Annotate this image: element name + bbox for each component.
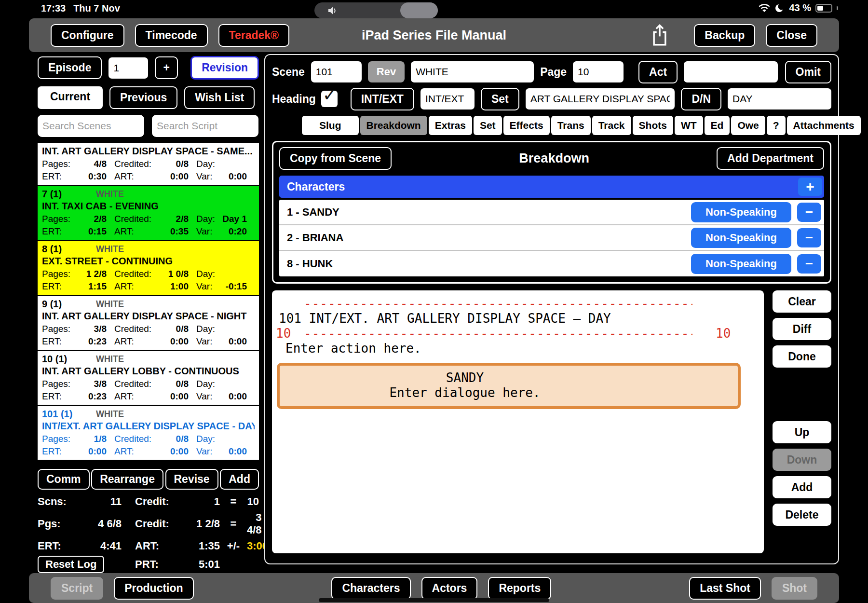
- art-label: ART:: [114, 446, 134, 457]
- speaking-type-button[interactable]: Non-Speaking: [691, 254, 791, 274]
- diff-button[interactable]: Diff: [773, 318, 831, 340]
- remove-character-button[interactable]: −: [797, 203, 821, 222]
- remove-character-button[interactable]: −: [797, 228, 821, 247]
- day-label: Day:: [196, 434, 215, 444]
- volume-slider-thumb[interactable]: [400, 2, 438, 18]
- backup-button[interactable]: Backup: [694, 24, 755, 47]
- character-row[interactable]: 2 - BRIANA Non-Speaking −: [279, 225, 824, 251]
- reset-log-button[interactable]: Reset Log: [38, 556, 104, 573]
- tab-extras[interactable]: Extras: [429, 116, 472, 135]
- revision-color-input[interactable]: [411, 61, 534, 82]
- totals-value: 10: [247, 495, 259, 508]
- scene-card[interactable]: 7 (1) WHITE INT. TAXI CAB - EVENING Page…: [38, 186, 259, 240]
- delete-button[interactable]: Delete: [773, 504, 831, 526]
- share-export-icon[interactable]: [651, 24, 669, 46]
- add-element-button[interactable]: Add: [773, 476, 831, 498]
- revise-button[interactable]: Revise: [165, 469, 218, 490]
- episode-number-input[interactable]: [108, 57, 148, 79]
- scene-card[interactable]: 8 (1) WHITE EXT. STREET - CONTINUING Pag…: [38, 241, 259, 295]
- volume-hud[interactable]: [314, 2, 438, 18]
- scene-card-selected[interactable]: 101 (1) WHITE INT/EXT. ART GALLERY DISPL…: [38, 406, 259, 460]
- shot-button[interactable]: Shot: [772, 577, 817, 600]
- configure-button[interactable]: Configure: [51, 24, 124, 47]
- add-episode-button[interactable]: +: [155, 56, 177, 79]
- speaking-type-button[interactable]: Non-Speaking: [691, 228, 791, 248]
- slug-line[interactable]: 101 INT/EXT. ART GALLERY DISPLAY SPACE –…: [276, 311, 760, 326]
- dialogue-block[interactable]: SANDY Enter dialogue here.: [277, 363, 741, 409]
- set-button[interactable]: Set: [481, 88, 519, 110]
- scene-number: 9 (1): [42, 299, 62, 310]
- script-editor[interactable]: ----------------------------------------…: [272, 290, 764, 553]
- day-night-button[interactable]: D/N: [681, 88, 721, 110]
- last-shot-button[interactable]: Last Shot: [689, 577, 761, 600]
- tab-shots[interactable]: Shots: [633, 116, 673, 135]
- page-number-input[interactable]: [573, 61, 624, 82]
- scene-title: EXT. STREET - CONTINUING: [42, 256, 255, 267]
- tab-wt[interactable]: WT: [675, 116, 703, 135]
- tab-set[interactable]: Set: [474, 116, 502, 135]
- heading-checkbox[interactable]: ✓: [321, 91, 338, 107]
- tab-attachments[interactable]: Attachments: [787, 116, 861, 135]
- tab-trans[interactable]: Trans: [551, 116, 591, 135]
- copy-from-scene-button[interactable]: Copy from Scene: [279, 147, 392, 170]
- scene-card[interactable]: INT. ART GALLERY DISPLAY SPACE - SAME...…: [38, 143, 259, 185]
- pages-value: 1 2/8: [86, 269, 107, 279]
- act-input[interactable]: [684, 61, 778, 82]
- actors-button[interactable]: Actors: [421, 577, 478, 600]
- focus-moon-icon: [775, 3, 785, 13]
- remove-character-button[interactable]: −: [797, 254, 821, 274]
- tab-breakdown[interactable]: Breakdown: [360, 116, 427, 135]
- clear-button[interactable]: Clear: [773, 290, 831, 313]
- var-label: Var:: [196, 171, 212, 182]
- search-script-input[interactable]: [152, 115, 258, 137]
- tab-wish-list[interactable]: Wish List: [184, 86, 255, 109]
- comm-button[interactable]: Comm: [38, 469, 90, 490]
- tab-track[interactable]: Track: [592, 116, 631, 135]
- search-scenes-input[interactable]: [38, 115, 144, 137]
- episode-button[interactable]: Episode: [38, 56, 102, 79]
- int-ext-button[interactable]: INT/EXT: [351, 88, 414, 110]
- tab-question[interactable]: ?: [767, 116, 786, 135]
- character-row[interactable]: 1 - SANDY Non-Speaking −: [279, 200, 824, 225]
- timecode-button[interactable]: Timecode: [135, 24, 208, 47]
- tab-slug[interactable]: Slug: [302, 116, 359, 135]
- tab-effects[interactable]: Effects: [503, 116, 550, 135]
- action-placeholder[interactable]: Enter action here.: [276, 341, 760, 356]
- characters-button[interactable]: Characters: [331, 577, 410, 600]
- reports-button[interactable]: Reports: [488, 577, 551, 600]
- character-name: 2 - BRIANA: [287, 232, 343, 244]
- scene-number-input[interactable]: [311, 61, 362, 82]
- tab-current[interactable]: Current: [38, 86, 103, 109]
- home-indicator[interactable]: [319, 598, 549, 602]
- tab-owe[interactable]: Owe: [731, 116, 765, 135]
- revision-button[interactable]: Revision: [190, 56, 259, 80]
- up-button[interactable]: Up: [773, 421, 831, 443]
- dialogue-placeholder[interactable]: Enter dialogue here.: [296, 385, 634, 400]
- down-button[interactable]: Down: [773, 449, 831, 471]
- character-row[interactable]: 8 - HUNK Non-Speaking −: [279, 251, 824, 276]
- scene-list[interactable]: INT. ART GALLERY DISPLAY SPACE - SAME...…: [38, 143, 259, 464]
- breakdown-title: Breakdown: [392, 151, 717, 166]
- tab-ed[interactable]: Ed: [705, 116, 730, 135]
- credited-value: 2/8: [176, 214, 189, 224]
- day-night-input[interactable]: [728, 88, 831, 110]
- tab-previous[interactable]: Previous: [109, 86, 177, 109]
- speaking-type-button[interactable]: Non-Speaking: [691, 202, 791, 222]
- set-input[interactable]: [526, 88, 675, 110]
- scene-card[interactable]: 10 (1) WHITE INT. ART GALLERY LOBBY - CO…: [38, 351, 259, 405]
- close-button[interactable]: Close: [766, 24, 817, 47]
- add-department-button[interactable]: Add Department: [717, 147, 824, 170]
- add-scene-button[interactable]: Add: [220, 469, 259, 490]
- add-character-button[interactable]: +: [798, 178, 822, 196]
- int-ext-input[interactable]: [420, 88, 475, 110]
- rearrange-button[interactable]: Rearrange: [91, 469, 163, 490]
- scene-card[interactable]: 9 (1) WHITE INT. ART GALLERY DISPLAY SPA…: [38, 296, 259, 350]
- production-button[interactable]: Production: [114, 577, 193, 600]
- done-button[interactable]: Done: [773, 345, 831, 368]
- omit-button[interactable]: Omit: [785, 61, 831, 83]
- rev-button[interactable]: Rev: [368, 61, 405, 82]
- teradek-button[interactable]: Teradek®: [218, 24, 289, 47]
- script-button[interactable]: Script: [51, 577, 103, 600]
- pages-value: 2/8: [94, 214, 107, 224]
- act-button[interactable]: Act: [638, 61, 678, 83]
